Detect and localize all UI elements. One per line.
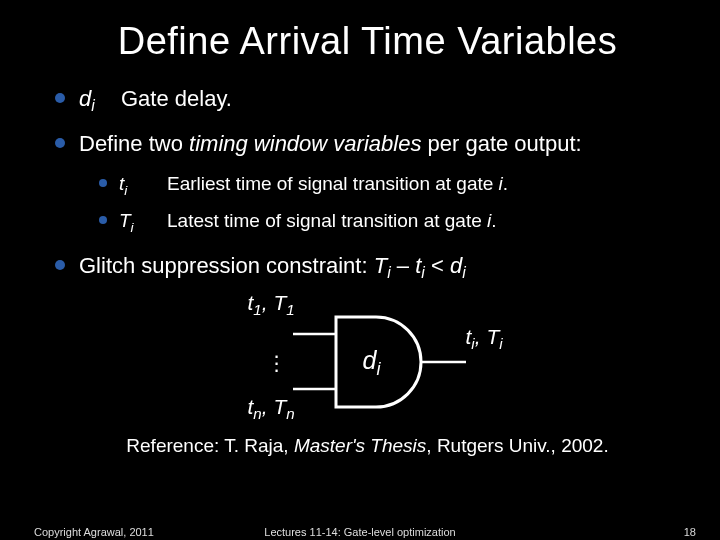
- input-last-label: tn, Tn: [248, 395, 295, 422]
- bullet-glitch-constraint: Glitch suppression constraint: Ti – ti <…: [55, 252, 680, 283]
- bullet-dot-icon: [99, 179, 107, 187]
- bullet-text: Glitch suppression constraint: Ti – ti <…: [79, 252, 466, 283]
- reference-citation: Reference: T. Raja, Master's Thesis, Rut…: [55, 435, 680, 457]
- and-gate-diagram: t1, T1 ... tn, Tn di ti, Ti: [218, 289, 518, 429]
- bullet-gate-delay: diGate delay.: [55, 85, 680, 116]
- bullet-dot-icon: [99, 216, 107, 224]
- sub-bullet-earliest: tiEarliest time of signal transition at …: [99, 172, 680, 199]
- bullet-text: tiEarliest time of signal transition at …: [119, 172, 508, 199]
- output-label: ti, Ti: [466, 325, 503, 352]
- bullet-dot-icon: [55, 138, 65, 148]
- footer-lecture: Lectures 11-14: Gate-level optimization: [0, 526, 720, 538]
- slide: Define Arrival Time Variables diGate del…: [0, 0, 720, 540]
- footer-page-number: 18: [684, 526, 696, 538]
- ellipsis-icon: ...: [274, 347, 280, 368]
- bullet-dot-icon: [55, 260, 65, 270]
- bullet-text: TiLatest time of signal transition at ga…: [119, 209, 497, 236]
- bullet-dot-icon: [55, 93, 65, 103]
- bullet-timing-window: Define two timing window variables per g…: [55, 130, 680, 158]
- input-first-label: t1, T1: [248, 291, 295, 318]
- bullet-text: diGate delay.: [79, 85, 232, 116]
- bullet-text: Define two timing window variables per g…: [79, 130, 582, 158]
- page-title: Define Arrival Time Variables: [55, 20, 680, 63]
- sub-bullet-latest: TiLatest time of signal transition at ga…: [99, 209, 680, 236]
- gate-delay-label: di: [363, 346, 381, 380]
